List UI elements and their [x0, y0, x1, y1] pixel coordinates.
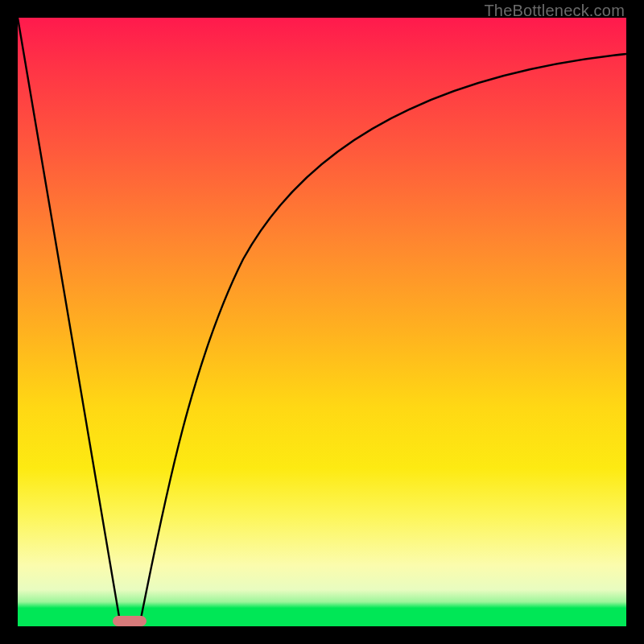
chart-lines	[18, 18, 626, 626]
bottleneck-marker	[113, 616, 147, 626]
plot-area	[18, 18, 626, 626]
left-slope-line	[18, 18, 121, 626]
right-curve-line	[139, 54, 626, 626]
chart-frame: TheBottleneck.com	[0, 0, 644, 644]
